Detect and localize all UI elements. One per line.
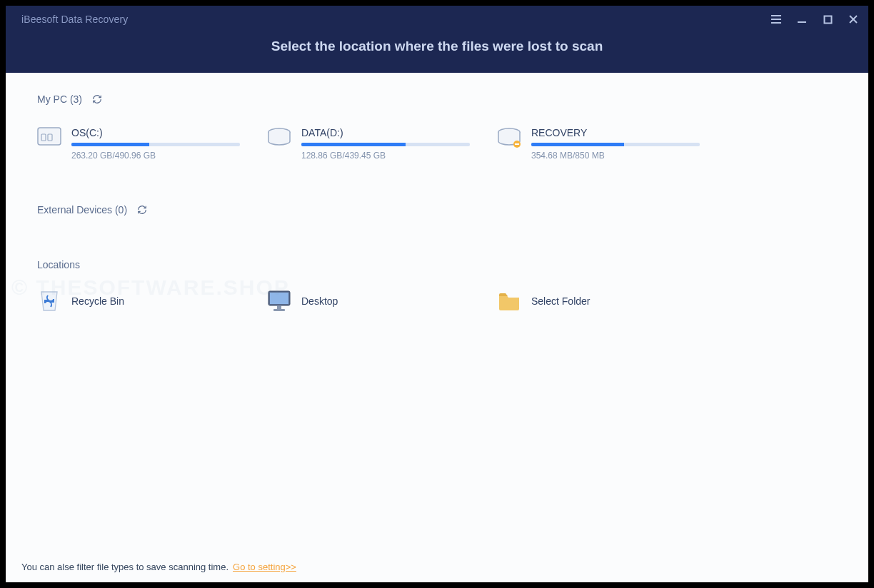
footer-settings-link[interactable]: Go to setting>> — [233, 562, 296, 572]
svg-rect-17 — [273, 309, 285, 311]
section-locations-text: Locations — [37, 259, 80, 270]
instruction-heading: Select the location where the files were… — [6, 27, 868, 73]
location-recycle-bin[interactable]: Recycle Bin — [37, 289, 240, 313]
recycle-bin-icon — [37, 289, 61, 313]
folder-icon — [497, 289, 521, 313]
footer: You can alse filter file types to save s… — [6, 551, 868, 582]
refresh-mypc-icon[interactable] — [91, 93, 104, 106]
content-area: © THESOFTWARE.SHOP My PC (3) — [6, 73, 868, 551]
minimize-icon[interactable] — [794, 11, 810, 27]
svg-rect-15 — [270, 293, 288, 304]
drive-size: 354.68 MB/850 MB — [531, 151, 700, 161]
svg-rect-13 — [515, 143, 519, 145]
footer-hint: You can alse filter file types to save s… — [21, 562, 228, 572]
drive-os-c[interactable]: OS(C:) 263.20 GB/490.96 GB — [37, 127, 240, 161]
drive-size: 128.86 GB/439.45 GB — [301, 151, 470, 161]
location-select-folder[interactable]: Select Folder — [497, 289, 700, 313]
titlebar: iBeesoft Data Recovery — [6, 6, 868, 73]
section-locations-label: Locations — [37, 259, 837, 270]
drive-usage-fill — [301, 143, 406, 146]
location-desktop[interactable]: Desktop — [267, 289, 470, 313]
drive-usage-fill — [531, 143, 624, 146]
hard-drive-icon — [267, 127, 291, 148]
location-label: Recycle Bin — [71, 295, 124, 307]
drive-name: DATA(D:) — [301, 127, 470, 138]
svg-rect-16 — [277, 305, 281, 309]
section-external-text: External Devices (0) — [37, 204, 127, 216]
location-label: Select Folder — [531, 295, 590, 307]
svg-rect-4 — [824, 16, 831, 23]
maximize-icon[interactable] — [820, 11, 835, 27]
app-title: iBeesoft Data Recovery — [21, 14, 128, 25]
location-label: Desktop — [301, 295, 338, 307]
drive-usage-bar — [71, 143, 240, 146]
hard-drive-icon — [497, 127, 521, 148]
hard-drive-icon — [37, 127, 61, 148]
window-controls — [768, 11, 861, 27]
drive-usage-bar — [301, 143, 470, 146]
drive-name: OS(C:) — [71, 127, 240, 138]
section-mypc-label: My PC (3) — [37, 93, 837, 106]
drive-name: RECOVERY — [531, 127, 700, 138]
desktop-icon — [267, 289, 291, 313]
drive-size: 263.20 GB/490.96 GB — [71, 151, 240, 161]
drive-usage-bar — [531, 143, 700, 146]
close-icon[interactable] — [845, 11, 861, 27]
drive-data-d[interactable]: DATA(D:) 128.86 GB/439.45 GB — [267, 127, 470, 161]
section-mypc-text: My PC (3) — [37, 93, 82, 105]
refresh-external-icon[interactable] — [136, 203, 149, 216]
menu-icon[interactable] — [768, 11, 784, 27]
section-external-label: External Devices (0) — [37, 203, 837, 216]
drive-recovery[interactable]: RECOVERY 354.68 MB/850 MB — [497, 127, 700, 161]
drive-usage-fill — [71, 143, 149, 146]
